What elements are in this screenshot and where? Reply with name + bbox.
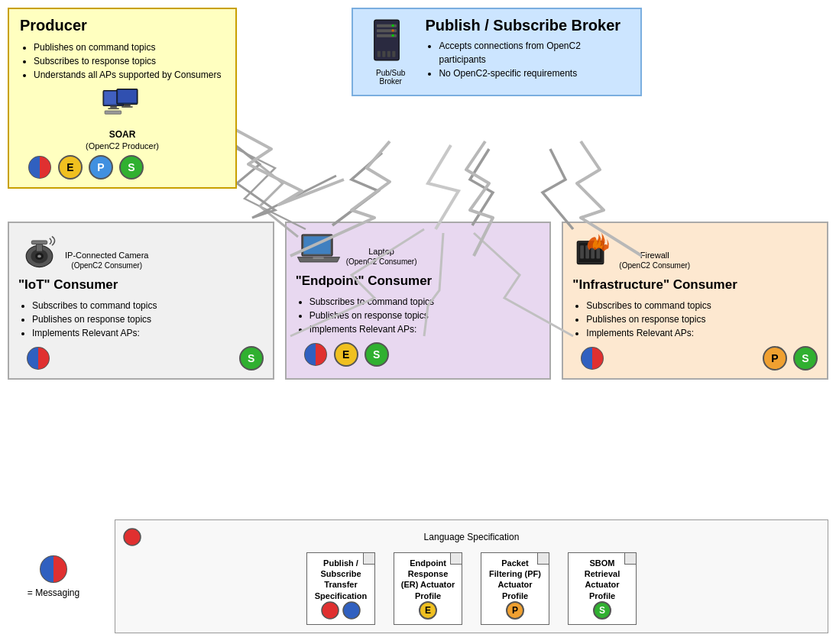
camera-icon bbox=[18, 231, 60, 273]
doc-paper-er: Endpoint Response (ER) Actuator Profile … bbox=[394, 552, 462, 625]
svg-rect-29 bbox=[303, 236, 330, 254]
producer-messaging-badge bbox=[28, 155, 52, 180]
iot-badges: S bbox=[18, 346, 264, 371]
main-container: Producer Publishes on command topics Sub… bbox=[0, 0, 836, 644]
broker-title-row: Pub/Sub Broker Publish / Subscribe Broke… bbox=[364, 17, 630, 87]
messaging-legend-badge bbox=[38, 554, 69, 584]
infra-bullet-3: Implements Relevant APs: bbox=[586, 326, 818, 340]
svg-rect-35 bbox=[581, 245, 585, 258]
svg-point-24 bbox=[37, 254, 41, 257]
svg-rect-26 bbox=[31, 241, 47, 244]
doc-sbom-text: SBOM Retrieval Actuator Profile bbox=[573, 558, 631, 601]
endpoint-consumer-box: Laptop (OpenC2 Consumer) "Endpoint" Cons… bbox=[285, 222, 552, 380]
producer-bullets: Publishes on command topics Subscribes t… bbox=[20, 40, 225, 82]
lang-spec-label: Language Specification bbox=[424, 532, 520, 542]
svg-rect-18 bbox=[382, 51, 385, 57]
svg-point-41 bbox=[124, 529, 141, 545]
infra-bullet-2: Publishes on response topics bbox=[586, 312, 818, 326]
firewall-icon bbox=[572, 231, 614, 273]
infra-messaging-badge bbox=[580, 346, 604, 371]
endpoint-consumer-title: "Endpoint" Consumer bbox=[296, 273, 541, 289]
doc-pubsub-badges bbox=[321, 601, 361, 620]
soar-icon-area bbox=[20, 88, 225, 126]
producer-bullet-1: Publishes on command topics bbox=[34, 40, 225, 54]
svg-point-16 bbox=[392, 34, 394, 37]
spec-docs-container: Language Specification Publish / Subscri… bbox=[115, 519, 828, 633]
badge-P: P bbox=[89, 155, 113, 180]
svg-point-14 bbox=[392, 24, 394, 27]
producer-bullet-3: Understands all APs supported by Consume… bbox=[34, 68, 225, 82]
bottom-section: = Messaging Language Specification Publi… bbox=[8, 519, 828, 633]
broker-small-label: Pub/Sub Broker bbox=[364, 69, 417, 86]
doc-sbom: SBOM Retrieval Actuator Profile S bbox=[564, 552, 640, 625]
lang-spec-header: Language Specification bbox=[123, 528, 820, 546]
iot-consumer-box: IP-Connected Camera (OpenC2 Consumer) "I… bbox=[8, 222, 274, 380]
svg-rect-7 bbox=[122, 106, 132, 107]
endpoint-labels: Laptop (OpenC2 Consumer) bbox=[346, 247, 417, 269]
soar-label: SOAR bbox=[20, 129, 225, 140]
svg-rect-2 bbox=[110, 106, 117, 108]
doc-sbom-badges: S bbox=[593, 601, 611, 620]
svg-rect-20 bbox=[392, 51, 395, 57]
doc-pf-badges: P bbox=[506, 601, 524, 620]
endpoint-device-area: Laptop (OpenC2 Consumer) bbox=[296, 231, 541, 269]
infra-device-area: Firewall (OpenC2 Consumer) bbox=[572, 231, 818, 273]
iot-device-label: IP-Connected Camera bbox=[65, 251, 148, 260]
consumers-row: IP-Connected Camera (OpenC2 Consumer) "I… bbox=[8, 222, 828, 380]
infra-bullet-1: Subscribes to command topics bbox=[586, 299, 818, 312]
svg-point-15 bbox=[392, 29, 394, 31]
iot-consumer-title: "IoT" Consumer bbox=[18, 277, 264, 293]
messaging-label: = Messaging bbox=[28, 587, 79, 598]
doc-paper-pubsub: Publish / Subscribe Transfer Specificati… bbox=[306, 552, 375, 625]
pubsub-red-badge bbox=[321, 601, 339, 620]
endpoint-badge-S: S bbox=[365, 342, 389, 367]
svg-rect-6 bbox=[124, 104, 131, 106]
svg-rect-19 bbox=[387, 51, 390, 57]
infra-badge-S: S bbox=[793, 346, 818, 371]
endpoint-messaging-badge bbox=[303, 342, 328, 367]
producer-box: Producer Publishes on command topics Sub… bbox=[8, 8, 237, 189]
broker-title: Publish / Subscribe Broker bbox=[425, 17, 630, 34]
infra-badges: P S bbox=[572, 346, 818, 371]
producer-badges: E P S bbox=[20, 155, 225, 180]
sbom-badge-S: S bbox=[593, 601, 611, 620]
broker-bullets: Accepts connections from OpenC2 particip… bbox=[425, 39, 630, 80]
docs-row: Publish / Subscribe Transfer Specificati… bbox=[123, 552, 820, 625]
infra-device-label: Firewall bbox=[619, 251, 690, 260]
pf-badge-P: P bbox=[506, 601, 524, 620]
iot-bullet-2: Publishes on response topics bbox=[32, 312, 264, 326]
doc-paper-pf: Packet Filtering (PF) Actuator Profile P bbox=[481, 552, 549, 625]
soar-computer-icon bbox=[99, 88, 145, 126]
badge-S: S bbox=[119, 155, 144, 180]
broker-bullet-2: No OpenC2-specific requirements bbox=[439, 66, 630, 80]
iot-device-sublabel: (OpenC2 Consumer) bbox=[65, 261, 148, 270]
iot-bullet-1: Subscribes to command topics bbox=[32, 299, 264, 312]
svg-rect-17 bbox=[377, 51, 381, 57]
doc-pubsub: Publish / Subscribe Transfer Specificati… bbox=[303, 552, 379, 625]
producer-bullet-2: Subscribes to response topics bbox=[34, 54, 225, 68]
lang-spec-red-dot bbox=[123, 528, 141, 546]
doc-pubsub-text: Publish / Subscribe Transfer Specificati… bbox=[312, 558, 370, 601]
broker-text-area: Publish / Subscribe Broker Accepts conne… bbox=[425, 17, 630, 80]
iot-messaging-badge bbox=[26, 346, 50, 371]
endpoint-bullet-2: Publishes on response topics bbox=[309, 309, 541, 322]
endpoint-device-label: Laptop bbox=[346, 247, 417, 256]
endpoint-badges: E S bbox=[296, 342, 541, 367]
broker-box: Pub/Sub Broker Publish / Subscribe Broke… bbox=[352, 8, 642, 96]
svg-point-42 bbox=[322, 602, 339, 619]
iot-bullets: Subscribes to command topics Publishes o… bbox=[18, 299, 264, 340]
doc-er-badges: E bbox=[419, 601, 437, 620]
svg-rect-8 bbox=[105, 111, 121, 114]
server-svg bbox=[364, 17, 410, 66]
pubsub-blue-badge bbox=[342, 601, 361, 620]
infra-bullets: Subscribes to command topics Publishes o… bbox=[572, 299, 818, 340]
iot-bullet-3: Implements Relevant APs: bbox=[32, 326, 264, 340]
endpoint-bullet-1: Subscribes to command topics bbox=[309, 295, 541, 309]
soar-sublabel: (OpenC2 Producer) bbox=[20, 141, 225, 150]
doc-er-text: Endpoint Response (ER) Actuator Profile bbox=[399, 558, 457, 601]
endpoint-device-sublabel: (OpenC2 Consumer) bbox=[346, 257, 417, 266]
infra-device-sublabel: (OpenC2 Consumer) bbox=[619, 261, 690, 270]
iot-labels: IP-Connected Camera (OpenC2 Consumer) bbox=[65, 251, 148, 273]
er-badge-E: E bbox=[419, 601, 437, 620]
endpoint-badge-E: E bbox=[334, 342, 358, 367]
